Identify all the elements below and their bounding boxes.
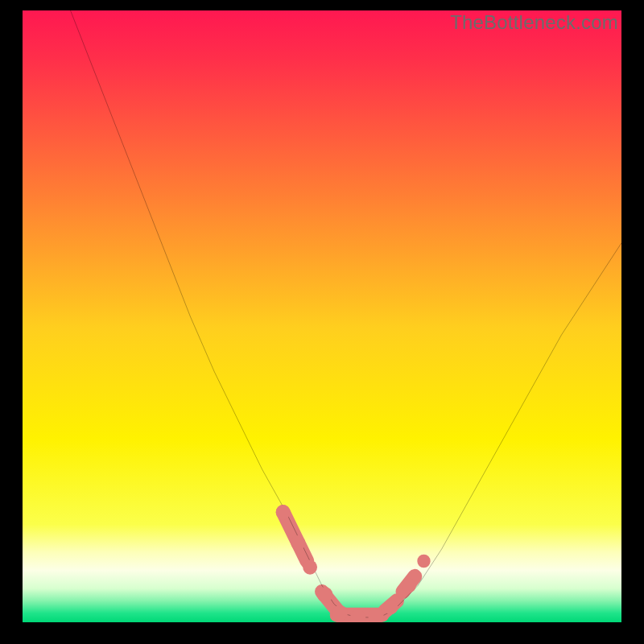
watermark-text: TheBottleneck.com <box>450 11 618 34</box>
chart-frame: TheBottleneck.com <box>0 0 644 644</box>
curve-marker <box>291 535 305 550</box>
curve-marker <box>332 605 348 621</box>
curve-marker <box>384 600 398 614</box>
curve-marker <box>276 505 291 519</box>
bottleneck-chart <box>23 10 621 622</box>
curve-marker <box>317 587 332 603</box>
curve-marker <box>417 555 430 568</box>
gradient-background <box>23 10 621 622</box>
curve-marker <box>402 578 416 592</box>
curve-marker <box>303 559 317 574</box>
